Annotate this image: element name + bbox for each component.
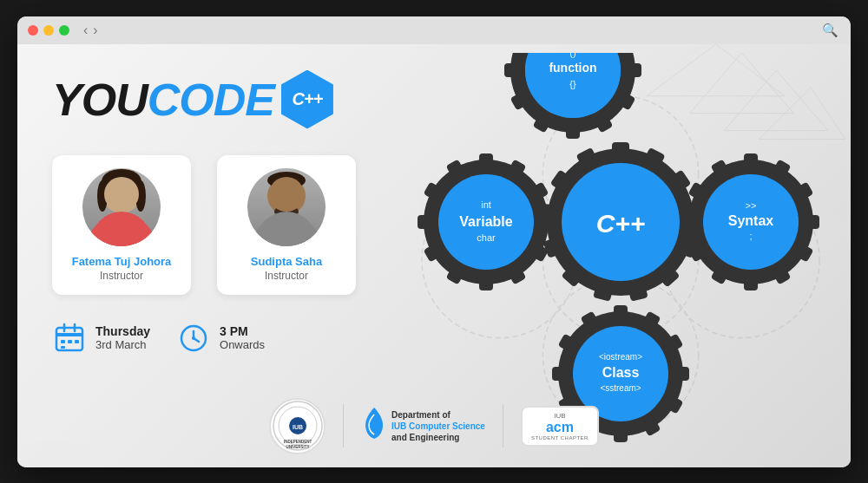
svg-text:{}: {} (569, 79, 576, 89)
svg-rect-15 (56, 328, 82, 350)
acm-iub: IUB (554, 412, 565, 420)
svg-point-4 (90, 219, 153, 246)
svg-text:IUB: IUB (293, 424, 303, 430)
svg-text:<iostream>: <iostream> (599, 352, 642, 362)
calendar-icon (52, 321, 87, 356)
time-sub: Onwards (220, 338, 265, 351)
svg-text:(): () (569, 53, 575, 58)
dept-line3: and Engineering (391, 432, 485, 443)
date-value: 3rd March (95, 338, 150, 351)
svg-point-2 (97, 180, 108, 212)
dept-line2: IUB Computer Science (391, 421, 485, 432)
main-content: YOU CODE C++ (17, 44, 851, 467)
dept-line2-text: Computer Science (409, 421, 485, 431)
svg-text:>>: >> (746, 200, 757, 211)
dept-icon (361, 406, 387, 447)
instructor-role-1: Instructor (69, 270, 174, 282)
clock-icon (176, 321, 211, 356)
svg-rect-64 (418, 215, 433, 229)
svg-text:char: char (477, 232, 496, 243)
time-text: 3 PM Onwards (220, 324, 265, 351)
svg-point-1 (102, 169, 141, 193)
svg-point-6 (114, 193, 117, 196)
svg-text:INDEPENDENT: INDEPENDENT (283, 440, 312, 444)
logo-you: YOU (52, 74, 148, 126)
svg-rect-94 (744, 275, 758, 290)
forward-arrow[interactable]: › (93, 23, 97, 38)
svg-point-7 (126, 193, 129, 196)
minimize-button[interactable] (43, 25, 54, 36)
svg-rect-88 (744, 153, 758, 169)
svg-rect-21 (75, 340, 79, 343)
svg-point-10 (267, 177, 306, 215)
instructor-name-1: Fatema Tuj Johora (69, 255, 174, 268)
dept-line1: Department of (391, 409, 485, 421)
time-value: 3 PM (220, 324, 265, 338)
svg-rect-19 (61, 340, 65, 343)
instructor-card-1: Fatema Tuj Johora Instructor (52, 155, 191, 295)
svg-text:Class: Class (602, 365, 640, 380)
instructor-role-2: Instructor (234, 270, 339, 282)
iub-logo-badge: IUB INDEPENDENT UNIVERSITY (269, 398, 326, 454)
avatar-female (82, 168, 161, 246)
bottom-logos: IUB INDEPENDENT UNIVERSITY Departm (269, 398, 599, 454)
svg-text:;: ; (749, 231, 752, 241)
maximize-button[interactable] (59, 25, 69, 36)
iub-logo: IUB INDEPENDENT UNIVERSITY (269, 398, 326, 454)
titlebar: ‹ › 🔍 (17, 16, 851, 44)
cpp-hex: C++ (281, 70, 333, 129)
logo-code: CODE (148, 74, 274, 126)
svg-rect-105 (614, 305, 628, 321)
svg-text:int: int (481, 199, 491, 210)
instructor-name-2: Sudipta Saha (234, 255, 339, 268)
svg-rect-16 (56, 333, 82, 336)
svg-point-12 (274, 206, 299, 218)
svg-rect-114 (552, 367, 568, 381)
hex-shape: C++ (281, 70, 333, 129)
svg-rect-82 (540, 203, 559, 222)
acm-logo: IUB acm STUDENT CHAPTER (521, 406, 599, 447)
svg-rect-111 (614, 427, 628, 442)
dept-text: Department of IUB Computer Science and E… (391, 409, 485, 443)
svg-rect-47 (504, 63, 520, 77)
mac-window: ‹ › 🔍 YOU CODE C++ (17, 16, 851, 467)
divider-2 (503, 404, 503, 447)
svg-text:C++: C++ (596, 209, 646, 238)
svg-point-8 (255, 219, 318, 246)
schedule-section: Thursday 3rd March 3 PM (52, 321, 373, 356)
svg-rect-5 (116, 210, 127, 220)
svg-rect-20 (68, 340, 72, 343)
svg-text:<sstream>: <sstream> (600, 383, 641, 393)
hex-text: C++ (293, 89, 323, 109)
acm-text: acm (546, 420, 574, 435)
svg-rect-108 (674, 367, 689, 381)
svg-text:UNIVERSITY: UNIVERSITY (286, 445, 309, 449)
date-text: Thursday 3rd March (95, 324, 150, 351)
svg-rect-44 (566, 123, 580, 139)
instructors-section: Fatema Tuj Johora Instructor (52, 155, 373, 295)
dept-iub-text: IUB (391, 421, 406, 431)
svg-rect-41 (626, 63, 641, 77)
logo-text: YOU CODE C++ (52, 70, 373, 129)
date-day: Thursday (95, 324, 150, 338)
svg-text:Variable: Variable (459, 214, 512, 229)
svg-rect-55 (479, 153, 493, 169)
divider (343, 404, 344, 447)
svg-rect-61 (479, 275, 493, 290)
back-arrow[interactable]: ‹ (83, 23, 88, 38)
svg-point-11 (267, 172, 306, 189)
nav-arrows: ‹ › (83, 23, 98, 38)
svg-point-13 (279, 192, 283, 196)
acm-sub: STUDENT CHAPTER (531, 435, 589, 441)
dept-logo: Department of IUB Computer Science and E… (361, 406, 485, 447)
close-button[interactable] (28, 25, 38, 36)
traffic-lights (28, 25, 69, 36)
date-item: Thursday 3rd March (52, 321, 150, 356)
logo-section: YOU CODE C++ (52, 70, 373, 129)
svg-point-26 (192, 336, 195, 340)
svg-rect-22 (61, 346, 65, 349)
svg-point-14 (291, 192, 295, 196)
time-item: 3 PM Onwards (176, 321, 265, 356)
avatar-male (247, 168, 326, 246)
search-icon[interactable]: 🔍 (822, 23, 838, 38)
